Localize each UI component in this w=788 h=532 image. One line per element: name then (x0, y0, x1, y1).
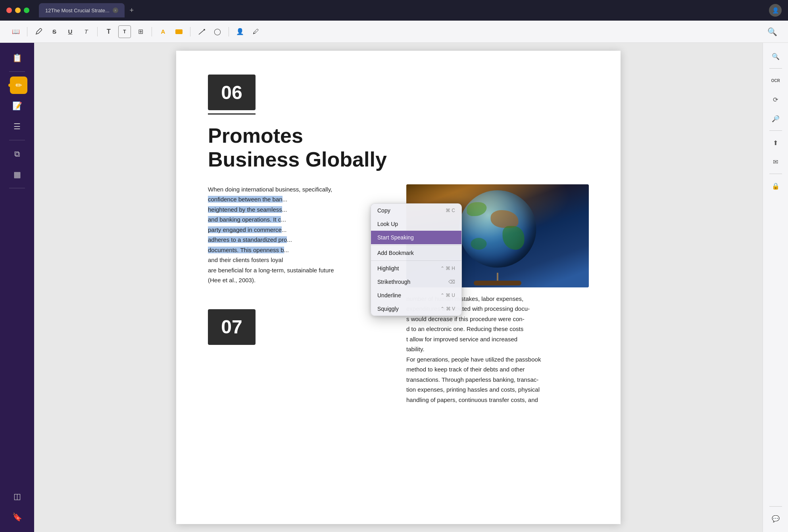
toolbar: 📖 S U T T T ⊞ A ◯ 👤 🖊 🔍 (0, 21, 788, 43)
sidebar-item-pen[interactable]: ✏ (10, 77, 27, 94)
text-normal: When doing international business, speci… (208, 186, 332, 193)
sidebar-item-copy[interactable]: ⧉ (8, 145, 26, 163)
minimize-button[interactable] (15, 8, 21, 13)
sidebar-divider-3 (9, 188, 25, 188)
new-tab-button[interactable]: + (126, 5, 137, 16)
pen-icon[interactable] (32, 25, 45, 38)
main-content: 06 Promotes Business Globally When doing… (34, 43, 763, 532)
avatar[interactable]: 👤 (769, 4, 782, 17)
menu-copy-shortcut: ⌘ C (446, 208, 455, 213)
menu-item-underline[interactable]: Underline ⌃ ⌘ U (371, 289, 461, 302)
right-divider-1 (769, 68, 782, 69)
menu-speaking-label: Start Speaking (377, 234, 414, 241)
menu-squiggly-label: Squiggly (377, 306, 399, 312)
section-number-box: 06 (208, 75, 256, 110)
text-clients: and their clients fosters loyal (208, 256, 283, 263)
text-box-icon[interactable]: T (118, 25, 131, 38)
highlighted-confidence[interactable]: confidence between the ban (208, 196, 283, 203)
sidebar-item-layers[interactable]: ◫ (8, 488, 26, 505)
underline-icon[interactable]: U (64, 25, 77, 38)
draw-icon[interactable] (195, 25, 208, 38)
menu-item-highlight[interactable]: Highlight ⌃ ⌘ H (371, 262, 461, 275)
reading-mode-icon[interactable]: 📖 (10, 25, 22, 38)
section-number: 06 (221, 82, 242, 103)
table-icon[interactable]: ⊞ (134, 25, 147, 38)
menu-strikethrough-shortcut: ⌫ (448, 279, 455, 285)
left-sidebar: 📋 ✏ 📝 ☰ ⧉ ▦ ◫ 🔖 (0, 43, 34, 532)
stamp-icon[interactable]: 🖊 (250, 25, 262, 38)
menu-squiggly-shortcut: ⌃ ⌘ V (440, 306, 455, 312)
text-ellipsis5: ... (287, 236, 292, 243)
sidebar-item-notes[interactable]: 📝 (8, 97, 26, 115)
section-number-07: 07 (221, 316, 242, 338)
highlighted-banking[interactable]: and banking operations. It c (208, 216, 281, 223)
menu-strikethrough-label: Strikethrough (377, 279, 410, 285)
menu-item-squiggly[interactable]: Squiggly ⌃ ⌘ V (371, 302, 461, 316)
person-icon[interactable]: 👤 (234, 25, 246, 38)
right-divider-3 (769, 174, 782, 174)
right-divider-4 (769, 506, 782, 507)
text-ellipsis1: ... (283, 196, 288, 203)
tab-close-button[interactable]: × (113, 8, 118, 13)
comment-icon[interactable]: 💬 (769, 511, 783, 526)
highlighted-openness[interactable]: documents. This openness b (208, 247, 284, 253)
menu-highlight-label: Highlight (377, 265, 399, 272)
traffic-lights (6, 8, 29, 13)
mail-icon[interactable]: ✉ (769, 155, 783, 169)
context-menu: Copy ⌘ C Look Up Start Speaking Add Book… (371, 203, 462, 316)
highlighted-commerce[interactable]: party engaged in commerce (208, 226, 282, 233)
body-text-left[interactable]: When doing international business, speci… (208, 184, 390, 285)
text-bold-icon[interactable]: T (102, 25, 115, 38)
avatar-icon: 👤 (772, 7, 779, 13)
sidebar-item-list[interactable]: ☰ (8, 118, 26, 135)
sidebar-item-bookmark[interactable]: 🔖 (8, 508, 26, 526)
search-doc-icon[interactable]: 🔎 (769, 111, 783, 126)
text-ellipsis4: ... (282, 226, 287, 233)
menu-copy-label: Copy (377, 207, 390, 214)
sidebar-divider-1 (9, 71, 25, 72)
color-fill-icon[interactable] (173, 25, 185, 38)
text-ellipsis2: ... (282, 206, 287, 213)
protect-icon[interactable]: 🔒 (769, 179, 783, 193)
right-sidebar: 🔍 OCR ⟳ 🔎 ⬆ ✉ 🔒 💬 (763, 43, 788, 532)
scan-refresh-icon[interactable]: ⟳ (769, 92, 783, 107)
active-tab[interactable]: 12The Most Crucial Strate... × (39, 3, 125, 17)
sidebar-item-document[interactable]: 📋 (8, 49, 26, 67)
sidebar-divider-2 (9, 140, 25, 140)
menu-item-start-speaking[interactable]: Start Speaking (371, 231, 461, 244)
highlight-color-icon[interactable]: A (157, 25, 169, 38)
strikethrough-icon[interactable]: S (48, 25, 61, 38)
number-box-underline (208, 113, 256, 115)
text-citation: (Hee et al., 2003). (208, 277, 256, 283)
tab-bar: 12The Most Crucial Strate... × + (39, 3, 137, 17)
left-column: When doing international business, speci… (208, 184, 390, 405)
svg-point-1 (204, 29, 205, 31)
toolbar-divider-5 (229, 27, 229, 36)
section-07: 07 (208, 309, 390, 345)
ocr-icon[interactable]: OCR (769, 73, 783, 88)
text-ellipsis3: ... (281, 216, 286, 223)
tab-label: 12The Most Crucial Strate... (45, 8, 110, 13)
search-right-icon[interactable]: 🔍 (769, 49, 783, 63)
highlighted-seamless[interactable]: heightened by the seamless (208, 206, 282, 213)
shape-icon[interactable]: ◯ (211, 25, 224, 38)
menu-item-strikethrough[interactable]: Strikethrough ⌫ (371, 275, 461, 289)
title-bar: 12The Most Crucial Strate... × + 👤 (0, 0, 788, 21)
menu-divider-1 (371, 245, 461, 245)
search-toolbar-icon[interactable]: 🔍 (766, 25, 778, 38)
menu-item-add-bookmark[interactable]: Add Bookmark (371, 246, 461, 260)
toolbar-divider-4 (190, 27, 190, 36)
sidebar-item-template[interactable]: ▦ (8, 166, 26, 183)
share-icon[interactable]: ⬆ (769, 136, 783, 150)
right-divider-2 (769, 130, 782, 131)
menu-item-lookup[interactable]: Look Up (371, 217, 461, 231)
toolbar-divider-2 (97, 27, 98, 36)
maximize-button[interactable] (24, 8, 29, 13)
section-heading: Promotes Business Globally (208, 124, 589, 172)
highlighted-standardized[interactable]: adheres to a standardized pro (208, 236, 287, 243)
active-indicator (8, 84, 12, 87)
close-icon: × (114, 8, 117, 13)
menu-item-copy[interactable]: Copy ⌘ C (371, 204, 461, 217)
text-underline-icon[interactable]: T (80, 25, 92, 38)
close-button[interactable] (6, 8, 12, 13)
